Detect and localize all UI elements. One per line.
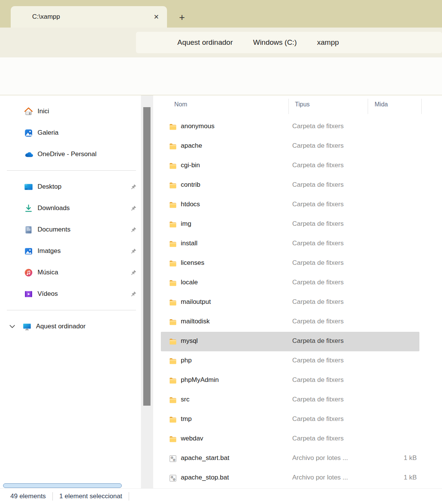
sidebar-divider — [7, 170, 136, 171]
file-name: htdocs — [181, 201, 200, 208]
file-row-locale[interactable]: localeCarpeta de fitxers — [161, 273, 419, 293]
sidebar-scrollbar[interactable] — [141, 95, 153, 489]
file-row-tmp[interactable]: tmpCarpeta de fitxers — [161, 410, 419, 429]
sidebar-item-label: Documents — [38, 226, 70, 233]
svg-text:⚙: ⚙ — [173, 458, 176, 462]
file-row-contrib[interactable]: contribCarpeta de fitxers — [161, 176, 419, 195]
file-row-licenses[interactable]: licensesCarpeta de fitxers — [161, 254, 419, 273]
file-name: img — [181, 220, 191, 228]
file-type: Carpeta de fitxers — [292, 122, 344, 130]
sidebar-item-label: Galeria — [38, 129, 59, 137]
status-bar: 49 elements 1 element seleccionat — [0, 488, 442, 504]
sidebar-item-imatges[interactable]: Imatges — [0, 240, 141, 262]
file-rows: anonymousCarpeta de fitxersapacheCarpeta… — [161, 117, 419, 488]
file-row-phpmyadmin[interactable]: phpMyAdminCarpeta de fitxers — [161, 371, 419, 390]
file-name: apache_stop.bat — [181, 474, 229, 481]
file-type: Carpeta de fitxers — [292, 142, 344, 150]
file-size: 1 kB — [404, 454, 417, 462]
chevron-right-icon[interactable] — [305, 40, 309, 45]
sidebar-item-label: OneDrive - Personal — [38, 150, 97, 158]
breadcrumb-xampp[interactable]: xampp — [314, 36, 342, 49]
column-divider[interactable] — [368, 99, 368, 114]
file-row-mysql[interactable]: mysqlCarpeta de fitxers — [161, 332, 419, 351]
onedrive-icon — [24, 150, 33, 159]
folder-icon — [169, 318, 177, 326]
folder-icon — [169, 396, 177, 405]
pin-icon[interactable] — [130, 269, 137, 276]
sidebar-item-label: Imatges — [38, 247, 61, 255]
main-area: IniciGaleriaOneDrive - PersonalDesktopDo… — [0, 95, 442, 489]
file-type: Carpeta de fitxers — [292, 318, 344, 325]
sidebar-item-label: Downloads — [38, 204, 70, 212]
file-row-htdocs[interactable]: htdocsCarpeta de fitxers — [161, 195, 419, 215]
file-row-src[interactable]: srcCarpeta de fitxers — [161, 390, 419, 410]
navigation-pane: IniciGaleriaOneDrive - PersonalDesktopDo… — [0, 95, 141, 489]
up-icon[interactable] — [78, 37, 89, 48]
file-row-apache-start-bat[interactable]: ⚙⚙apache_start.batArchivo por lotes ...1… — [161, 449, 419, 468]
selection-count: 1 element seleccionat — [59, 493, 122, 500]
file-name: apache_start.bat — [181, 454, 229, 462]
file-row-mailtodisk[interactable]: mailtodiskCarpeta de fitxers — [161, 312, 419, 332]
sidebar-item-desktop[interactable]: Desktop — [0, 176, 141, 197]
sidebar-item-inici[interactable]: Inici — [0, 101, 141, 122]
pin-icon[interactable] — [130, 248, 137, 255]
sidebar-item-documents[interactable]: Documents — [0, 219, 141, 240]
sidebar-item-m-sica[interactable]: Música — [0, 262, 141, 283]
column-header-mida[interactable]: Mida — [375, 101, 388, 108]
new-tab-button[interactable]: + — [175, 10, 189, 24]
computer-icon — [22, 322, 32, 331]
folder-icon — [169, 259, 177, 268]
folder-icon — [169, 201, 177, 209]
sidebar-item-label: Desktop — [38, 183, 61, 191]
close-tab-button[interactable]: ✕ — [150, 11, 162, 23]
computer-outline-icon — [147, 38, 157, 48]
pin-icon[interactable] — [130, 226, 137, 233]
sidebar-item-downloads[interactable]: Downloads — [0, 197, 141, 219]
sidebar-item-v-deos[interactable]: Vídeos — [0, 283, 141, 305]
column-divider[interactable] — [288, 99, 289, 114]
file-row-mailoutput[interactable]: mailoutputCarpeta de fitxers — [161, 293, 419, 312]
forward-icon[interactable] — [46, 37, 57, 48]
breadcrumb-this-pc[interactable]: Aquest ordinador — [174, 36, 236, 49]
file-row-apache-stop-bat[interactable]: ⚙⚙apache_stop.batArchivo por lotes ...1 … — [161, 468, 419, 488]
column-header-nom[interactable]: Nom — [174, 101, 187, 108]
sidebar-item-onedrive-personal[interactable]: OneDrive - Personal — [0, 144, 141, 165]
file-type: Carpeta de fitxers — [292, 396, 344, 403]
scrollbar-thumb[interactable] — [143, 107, 151, 406]
sidebar-divider — [7, 310, 136, 310]
file-row-cgi-bin[interactable]: cgi-binCarpeta de fitxers — [161, 156, 419, 176]
pin-icon[interactable] — [130, 205, 137, 212]
column-header-tipus[interactable]: Tipus — [295, 101, 310, 108]
pin-icon[interactable] — [130, 290, 137, 298]
file-row-apache[interactable]: apacheCarpeta de fitxers — [161, 137, 419, 156]
file-type: Carpeta de fitxers — [292, 259, 344, 267]
breadcrumb-windows-c[interactable]: Windows (C:) — [250, 36, 300, 49]
pin-icon[interactable] — [130, 183, 137, 191]
svg-text:⚙: ⚙ — [173, 478, 176, 481]
file-row-php[interactable]: phpCarpeta de fitxers — [161, 351, 419, 371]
column-divider[interactable] — [421, 99, 422, 114]
folder-icon — [169, 240, 177, 248]
back-icon[interactable] — [14, 37, 25, 48]
file-name: mysql — [181, 337, 198, 345]
chevron-down-icon[interactable] — [9, 325, 15, 329]
file-row-install[interactable]: installCarpeta de fitxers — [161, 234, 419, 254]
file-row-anonymous[interactable]: anonymousCarpeta de fitxers — [161, 117, 419, 137]
folder-icon — [169, 337, 177, 346]
sidebar-item-label: Aquest ordinador — [36, 323, 85, 330]
file-type: Carpeta de fitxers — [292, 279, 344, 286]
file-type: Carpeta de fitxers — [292, 357, 344, 364]
file-row-webdav[interactable]: webdavCarpeta de fitxers — [161, 429, 419, 449]
sidebar-item-galeria[interactable]: Galeria — [0, 122, 141, 144]
chevron-right-icon[interactable] — [241, 40, 245, 45]
chevron-right-icon — [165, 40, 169, 45]
horizontal-scrollbar-thumb[interactable] — [3, 483, 122, 488]
file-row-img[interactable]: imgCarpeta de fitxers — [161, 215, 419, 234]
address-bar[interactable]: Aquest ordinador Windows (C:) xampp — [136, 32, 442, 53]
downloads-icon — [24, 204, 33, 213]
tab-current[interactable]: C:\xampp ✕ — [11, 6, 167, 28]
chevron-right-icon[interactable] — [347, 40, 351, 45]
refresh-icon[interactable] — [110, 37, 121, 48]
sidebar-item-aquest-ordinador[interactable]: Aquest ordinador — [0, 316, 141, 337]
folder-icon — [169, 357, 177, 365]
